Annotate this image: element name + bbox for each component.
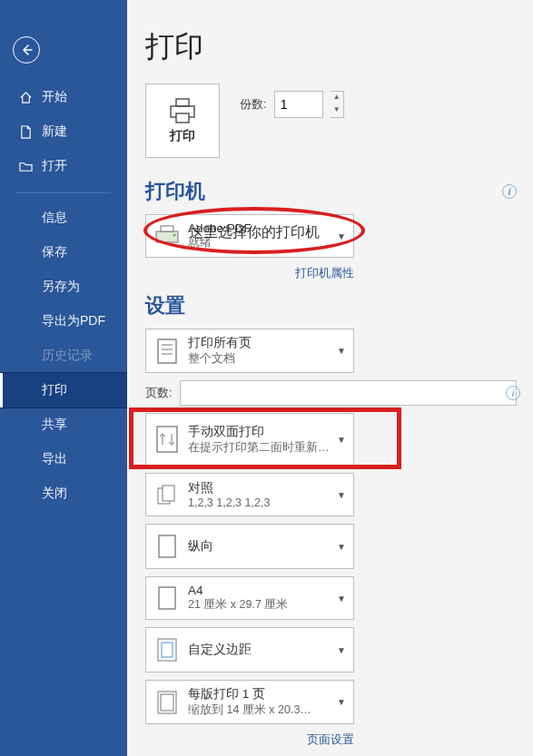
chevron-down-icon: ▼ xyxy=(337,594,346,604)
chevron-down-icon: ▼ xyxy=(337,346,346,356)
duplex-dropdown[interactable]: 手动双面打印在提示打印第二面时重新… ▼ xyxy=(145,413,354,466)
printer-status: 就绪 xyxy=(188,235,337,250)
dd-title: 打印所有页 xyxy=(188,335,337,351)
svg-rect-16 xyxy=(162,643,173,657)
chevron-down-icon: ▼ xyxy=(337,645,346,655)
nav-label: 导出为PDF xyxy=(42,313,105,329)
svg-rect-2 xyxy=(176,113,189,123)
open-folder-icon xyxy=(18,159,33,173)
nav-label: 开始 xyxy=(42,89,67,105)
printer-dropdown[interactable]: Adobe PDF 就绪 ▼ xyxy=(145,214,354,258)
copies-spinner: ▲ ▼ xyxy=(331,91,344,118)
printer-properties-link[interactable]: 打印机属性 xyxy=(145,265,354,281)
dd-title: 对照 xyxy=(188,480,337,496)
dd-title: 纵向 xyxy=(188,538,337,555)
sidebar-item-info[interactable]: 信息 xyxy=(0,201,127,235)
svg-rect-13 xyxy=(159,535,175,557)
svg-rect-14 xyxy=(159,587,175,609)
sidebar-item-home[interactable]: 开始 xyxy=(0,80,127,114)
svg-rect-4 xyxy=(161,226,173,231)
printer-info-icon[interactable]: i xyxy=(502,184,517,199)
margins-icon xyxy=(153,634,181,665)
chevron-down-icon: ▼ xyxy=(337,697,346,707)
sidebar-item-export[interactable]: 导出 xyxy=(0,442,127,476)
svg-rect-6 xyxy=(158,339,176,363)
copies-down[interactable]: ▼ xyxy=(331,104,343,117)
page-setup-link[interactable]: 页面设置 xyxy=(145,731,354,748)
nav-label: 信息 xyxy=(42,210,67,226)
new-file-icon xyxy=(18,124,33,139)
page-range-input[interactable] xyxy=(180,380,517,406)
copies-up[interactable]: ▲ xyxy=(331,92,343,104)
settings-heading: 设置 xyxy=(145,292,185,319)
dd-sub: 在提示打印第二面时重新… xyxy=(188,440,337,456)
nav-label: 打开 xyxy=(42,158,67,174)
sidebar-item-print[interactable]: 打印 xyxy=(0,373,127,407)
svg-rect-18 xyxy=(161,694,173,711)
print-button-label: 打印 xyxy=(170,128,195,144)
nav-label: 保存 xyxy=(42,244,67,260)
dd-sub: 缩放到 14 厘米 x 20.3… xyxy=(188,702,337,718)
printer-device-icon xyxy=(153,221,181,251)
sidebar-separator xyxy=(16,192,111,193)
nav-label: 导出 xyxy=(42,451,67,467)
paper-icon xyxy=(153,583,181,614)
nav-label: 共享 xyxy=(42,417,67,433)
sidebar-item-close[interactable]: 关闭 xyxy=(0,476,127,511)
margins-dropdown[interactable]: 自定义边距 ▼ xyxy=(145,627,354,673)
chevron-down-icon: ▼ xyxy=(337,490,346,500)
chevron-down-icon: ▼ xyxy=(337,231,346,241)
main-panel: 打印 打印 份数: ▲ ▼ 打印机 i A xyxy=(127,0,533,756)
collate-dropdown[interactable]: 对照1,2,3 1,2,3 1,2,3 ▼ xyxy=(145,473,354,516)
pages-icon xyxy=(153,336,181,367)
chevron-down-icon: ▼ xyxy=(337,435,346,445)
portrait-icon xyxy=(153,531,181,562)
duplex-icon xyxy=(153,424,181,455)
dd-sub: 21 厘米 x 29.7 厘米 xyxy=(188,597,337,613)
dd-title: 手动双面打印 xyxy=(188,424,337,440)
printer-icon xyxy=(167,97,198,124)
nav-label: 关闭 xyxy=(42,486,67,502)
home-icon xyxy=(18,90,33,104)
back-button[interactable] xyxy=(13,36,40,64)
print-button[interactable]: 打印 xyxy=(145,83,220,158)
sidebar-item-open[interactable]: 打开 xyxy=(0,149,127,183)
back-arrow-icon xyxy=(20,44,33,56)
page-title: 打印 xyxy=(145,27,517,67)
copies-label: 份数: xyxy=(240,96,267,113)
page-range-info-icon[interactable]: i xyxy=(506,386,520,400)
dd-title: 自定义边距 xyxy=(188,642,337,658)
dd-title: A4 xyxy=(188,584,337,597)
copies-input[interactable] xyxy=(274,91,323,118)
nav-label: 打印 xyxy=(42,382,67,398)
sidebar-item-export-pdf[interactable]: 导出为PDF xyxy=(0,304,127,339)
page-range-label: 页数: xyxy=(145,385,173,401)
nav-label: 另存为 xyxy=(42,279,80,295)
printer-heading: 打印机 xyxy=(145,178,205,205)
sidebar: 开始 新建 打开 信息 保存 另存为 导出为PDF 历史记录 打印 共享 导出 … xyxy=(0,0,127,756)
pagespersheet-icon xyxy=(153,687,181,718)
svg-rect-10 xyxy=(157,427,177,452)
sidebar-item-saveas[interactable]: 另存为 xyxy=(0,270,127,304)
svg-point-5 xyxy=(173,234,176,237)
dd-sub: 1,2,3 1,2,3 1,2,3 xyxy=(188,496,337,509)
orientation-dropdown[interactable]: 纵向 ▼ xyxy=(145,524,354,569)
chevron-down-icon: ▼ xyxy=(337,542,346,552)
dd-sub: 整个文档 xyxy=(188,351,337,367)
sidebar-item-share[interactable]: 共享 xyxy=(0,407,127,442)
sidebar-item-new[interactable]: 新建 xyxy=(0,114,127,149)
svg-rect-12 xyxy=(163,486,174,501)
svg-rect-1 xyxy=(176,99,189,106)
sidebar-item-history[interactable]: 历史记录 xyxy=(0,339,127,373)
print-range-dropdown[interactable]: 打印所有页整个文档 ▼ xyxy=(145,329,354,373)
nav-label: 历史记录 xyxy=(42,348,93,364)
paper-size-dropdown[interactable]: A421 厘米 x 29.7 厘米 ▼ xyxy=(145,576,354,620)
svg-rect-3 xyxy=(156,231,178,242)
nav-label: 新建 xyxy=(42,123,67,140)
printer-name: Adobe PDF xyxy=(188,221,337,235)
dd-title: 每版打印 1 页 xyxy=(188,686,337,702)
collate-icon xyxy=(153,479,181,510)
sidebar-item-save[interactable]: 保存 xyxy=(0,235,127,270)
pages-per-sheet-dropdown[interactable]: 每版打印 1 页缩放到 14 厘米 x 20.3… ▼ xyxy=(145,680,354,724)
